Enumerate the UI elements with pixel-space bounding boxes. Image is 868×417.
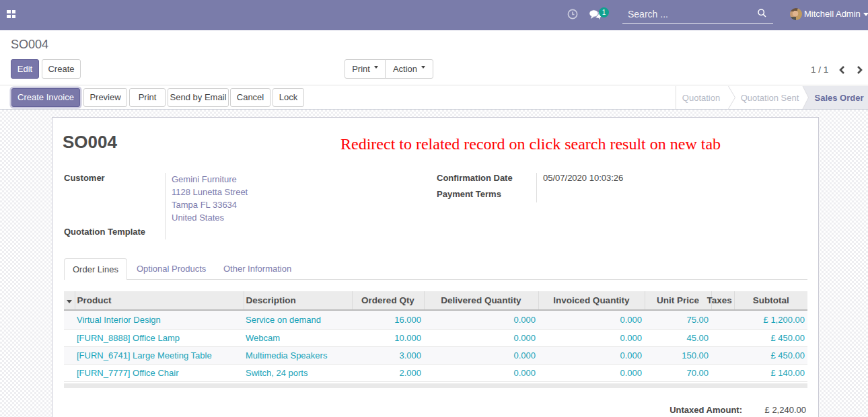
- svg-text:Quotation: Quotation: [682, 92, 720, 102]
- svg-text:Quotation Sent: Quotation Sent: [741, 92, 799, 102]
- svg-text:Sales Order: Sales Order: [815, 92, 864, 102]
